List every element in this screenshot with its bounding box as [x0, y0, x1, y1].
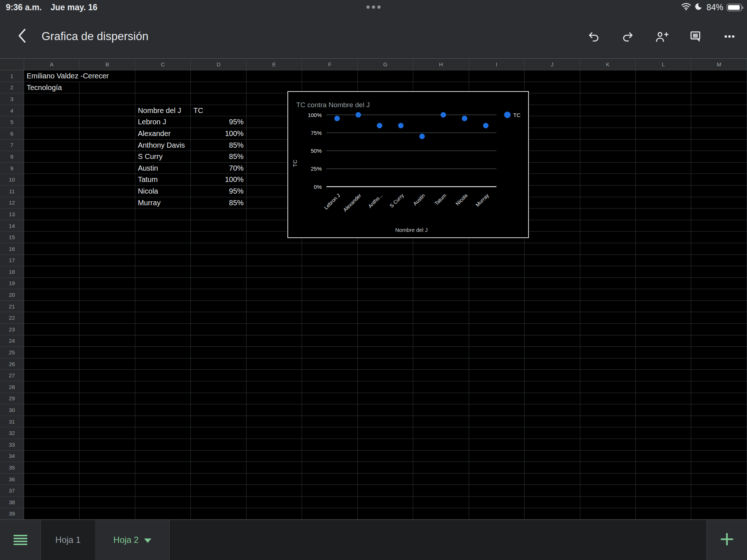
cell-H16[interactable]	[413, 243, 469, 255]
cell-I21[interactable]	[469, 301, 525, 312]
cell-L28[interactable]	[636, 381, 691, 393]
cell-A12[interactable]	[24, 197, 80, 209]
row-header-27[interactable]: 27	[0, 370, 24, 381]
cell-K15[interactable]	[580, 232, 636, 243]
cell-C12[interactable]: Murray	[135, 197, 191, 209]
cell-C7[interactable]: Anthony Davis	[135, 140, 191, 151]
cell-I25[interactable]	[469, 347, 525, 358]
cell-B7[interactable]	[80, 140, 135, 151]
cell-M6[interactable]	[691, 128, 747, 140]
share-button[interactable]	[655, 30, 668, 43]
cell-L18[interactable]	[636, 266, 691, 278]
cell-J39[interactable]	[525, 508, 580, 520]
cell-B21[interactable]	[80, 301, 135, 312]
cell-G20[interactable]	[358, 289, 413, 301]
cell-B11[interactable]	[80, 186, 135, 197]
row-header-25[interactable]: 25	[0, 347, 24, 358]
row-header-34[interactable]: 34	[0, 451, 24, 462]
cell-D11[interactable]: 95%	[191, 186, 246, 197]
cell-L26[interactable]	[636, 358, 691, 370]
cell-L15[interactable]	[636, 232, 691, 243]
cell-J12[interactable]	[525, 197, 580, 209]
cell-D19[interactable]	[191, 278, 246, 289]
cell-C33[interactable]	[135, 439, 191, 451]
cell-D29[interactable]	[191, 393, 246, 405]
cell-C34[interactable]	[135, 451, 191, 462]
cell-E34[interactable]	[247, 451, 302, 462]
cell-D21[interactable]	[191, 301, 246, 312]
cell-I32[interactable]	[469, 427, 525, 439]
cell-C2[interactable]	[135, 82, 191, 94]
cell-A35[interactable]	[24, 462, 80, 474]
cell-E21[interactable]	[247, 301, 302, 312]
cell-M9[interactable]	[691, 163, 747, 174]
cell-L29[interactable]	[636, 393, 691, 405]
cell-J7[interactable]	[525, 140, 580, 151]
cell-M25[interactable]	[691, 347, 747, 358]
cell-M15[interactable]	[691, 232, 747, 243]
cell-I31[interactable]	[469, 416, 525, 428]
cell-A5[interactable]	[24, 116, 80, 128]
cell-F19[interactable]	[302, 278, 357, 289]
row-header-32[interactable]: 32	[0, 427, 24, 439]
cell-L36[interactable]	[636, 474, 691, 485]
cell-M11[interactable]	[691, 186, 747, 197]
cell-E26[interactable]	[247, 358, 302, 370]
cell-E28[interactable]	[247, 381, 302, 393]
cell-J20[interactable]	[525, 289, 580, 301]
cell-K3[interactable]	[580, 93, 636, 105]
cell-E29[interactable]	[247, 393, 302, 405]
cell-E1[interactable]	[247, 70, 302, 82]
cell-I24[interactable]	[469, 335, 525, 347]
cell-E17[interactable]	[247, 255, 302, 267]
cell-C10[interactable]: Tatum	[135, 174, 191, 186]
cell-A9[interactable]	[24, 163, 80, 174]
cell-A39[interactable]	[24, 508, 80, 520]
cell-J9[interactable]	[525, 163, 580, 174]
cell-I37[interactable]	[469, 485, 525, 497]
cell-H27[interactable]	[413, 370, 469, 381]
cell-J2[interactable]	[525, 82, 580, 94]
cell-A33[interactable]	[24, 439, 80, 451]
cell-J14[interactable]	[525, 220, 580, 232]
sheet-tab-hoja1[interactable]: Hoja 1	[41, 520, 96, 560]
column-header-L[interactable]: L	[636, 59, 691, 70]
cell-M32[interactable]	[691, 427, 747, 439]
cell-C4[interactable]: Nombre del J	[135, 105, 191, 117]
cell-C1[interactable]	[135, 70, 191, 82]
cell-H34[interactable]	[413, 451, 469, 462]
cell-B2[interactable]	[80, 82, 135, 94]
cell-M24[interactable]	[691, 335, 747, 347]
cell-F29[interactable]	[302, 393, 357, 405]
cell-H17[interactable]	[413, 255, 469, 267]
cell-K35[interactable]	[580, 462, 636, 474]
cell-A30[interactable]	[24, 404, 80, 416]
cell-C25[interactable]	[135, 347, 191, 358]
cell-D20[interactable]	[191, 289, 246, 301]
row-header-16[interactable]: 16	[0, 243, 24, 255]
cell-H36[interactable]	[413, 474, 469, 485]
cell-D36[interactable]	[191, 474, 246, 485]
cell-B19[interactable]	[80, 278, 135, 289]
row-header-6[interactable]: 6	[0, 128, 24, 140]
cell-L21[interactable]	[636, 301, 691, 312]
cell-B38[interactable]	[80, 497, 135, 508]
cell-H32[interactable]	[413, 427, 469, 439]
cell-F25[interactable]	[302, 347, 357, 358]
cell-C3[interactable]	[135, 93, 191, 105]
cell-B28[interactable]	[80, 381, 135, 393]
cell-B30[interactable]	[80, 404, 135, 416]
cell-L25[interactable]	[636, 347, 691, 358]
cell-J3[interactable]	[525, 93, 580, 105]
cell-J6[interactable]	[525, 128, 580, 140]
cell-F20[interactable]	[302, 289, 357, 301]
cell-B25[interactable]	[80, 347, 135, 358]
cell-K21[interactable]	[580, 301, 636, 312]
cell-B24[interactable]	[80, 335, 135, 347]
cell-G34[interactable]	[358, 451, 413, 462]
cell-F26[interactable]	[302, 358, 357, 370]
row-header-8[interactable]: 8	[0, 151, 24, 163]
cell-C14[interactable]	[135, 220, 191, 232]
cell-H23[interactable]	[413, 324, 469, 335]
cell-B23[interactable]	[80, 324, 135, 335]
